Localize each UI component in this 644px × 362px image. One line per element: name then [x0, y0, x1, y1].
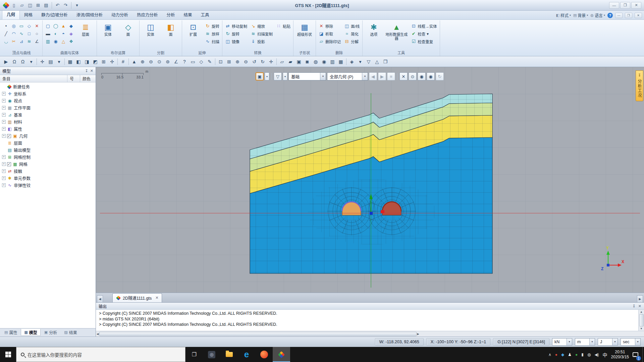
workplane-grid-icon[interactable]: ▦	[66, 58, 74, 66]
offset-icon[interactable]: ≋	[25, 38, 33, 45]
expander[interactable]: +	[2, 120, 6, 124]
tab-analysis[interactable]: 分析	[162, 10, 179, 19]
tree-item-mesh-control[interactable]: + ⊞ 网格控制	[0, 154, 96, 161]
tree-item-viewpoint[interactable]: + ◉ 视点	[0, 97, 96, 104]
ucs-axis-icon[interactable]: ✛	[38, 58, 46, 66]
tree-item-mesh[interactable]: + ✓ ▦ 网格	[0, 161, 96, 168]
decompose-button[interactable]: ⊟ 分解	[343, 38, 361, 45]
selection-caret-icon[interactable]: ▾	[27, 58, 35, 66]
tree-item-material[interactable]: + ▥ 材料	[0, 118, 96, 125]
display-grid-icon[interactable]: ▦	[337, 58, 345, 66]
unit-length-select[interactable]: m ▾	[575, 338, 595, 346]
remove-button[interactable]: ✕ 移除	[318, 22, 342, 29]
tab-thermal[interactable]: 热应力分析	[132, 10, 162, 19]
model-viewport-canvas[interactable]: Y X Z	[96, 67, 644, 293]
panel-tab-property[interactable]: ▤ 属性	[1, 329, 20, 336]
highlight-mode-icon[interactable]: △	[373, 58, 381, 66]
snap-angle-icon[interactable]: ∠	[172, 58, 180, 66]
panel-pin-icon[interactable]: ↧	[85, 69, 88, 73]
taskbar-browser[interactable]	[255, 347, 273, 362]
ime-indicator[interactable]: 中	[603, 351, 607, 358]
pick-element-icon[interactable]: ⊙	[409, 72, 417, 80]
sweep-copy-button[interactable]: ≋ 扫描复制	[250, 30, 274, 37]
view-history-icon[interactable]: ↻	[436, 72, 444, 80]
column-item[interactable]: 条目	[0, 75, 67, 82]
display-render-icon[interactable]: ◉	[320, 58, 328, 66]
tree-item-workplane[interactable]: + ▦ 工作平面	[0, 104, 96, 111]
tree-item-new-task[interactable]: 新建任务	[0, 83, 96, 90]
expander[interactable]: +	[2, 183, 6, 187]
scrollbar-thumb[interactable]	[639, 314, 644, 326]
output-vertical-scrollbar[interactable]: ▲ ▼	[638, 310, 644, 331]
expander[interactable]: +	[2, 92, 6, 96]
color-table-icon[interactable]: ▤	[47, 58, 55, 66]
volume-icon[interactable]: ◀)	[594, 352, 599, 357]
expander[interactable]: +	[2, 169, 6, 173]
grid-move-icon[interactable]: ✢	[108, 58, 116, 66]
expander[interactable]: +	[2, 176, 6, 180]
doc-restore-button[interactable]: ❐	[625, 13, 632, 18]
check-button[interactable]: ✔ 检查 ▾	[410, 30, 438, 37]
datum-mode-select[interactable]: 基础 ▾	[288, 72, 326, 80]
customize-qat-icon[interactable]: ▾	[73, 2, 80, 9]
move-copy-button[interactable]: ⇄ 移动复制	[224, 22, 248, 29]
cylinder-icon[interactable]: ◉	[52, 38, 59, 45]
panel-tab-result[interactable]: ▨ 结果	[61, 329, 80, 336]
display-mesh-icon[interactable]: ▥	[328, 58, 336, 66]
output-pin-icon[interactable]: ↧	[633, 304, 636, 308]
rotate-left-icon[interactable]: ↺	[250, 58, 258, 66]
color-caret-icon[interactable]: ▾	[55, 58, 63, 66]
show-desktop-button[interactable]	[642, 347, 644, 362]
tray-app-blue-icon[interactable]: ◆	[561, 352, 564, 357]
dome-icon[interactable]: ◓	[60, 30, 67, 37]
panel-tab-analysis[interactable]: ▣ 分析	[41, 329, 60, 336]
zoom-fit-icon[interactable]: ⊞	[225, 58, 233, 66]
mesh-check-icon[interactable]: ▲	[130, 58, 138, 66]
scrollbar-thumb[interactable]	[99, 332, 416, 336]
datum-mode-caret-icon[interactable]: ▾	[320, 73, 326, 80]
revolve-button[interactable]: ↻ 旋转	[204, 22, 220, 29]
close-button[interactable]: ✕	[631, 2, 641, 9]
paste-button[interactable]: ∷ 粘贴	[275, 22, 291, 29]
unit-time-caret-icon[interactable]: ▾	[635, 339, 640, 345]
tray-expand-icon[interactable]: ∧	[548, 352, 551, 357]
task-view-button[interactable]: ❐	[185, 347, 203, 362]
undo-icon[interactable]: ↶	[54, 2, 61, 9]
output-close-icon[interactable]: ✕	[638, 304, 641, 308]
sweep-button[interactable]: ∿ 扫描	[204, 38, 220, 45]
record-a-icon[interactable]: ◉	[418, 72, 426, 80]
open-file-icon[interactable]: ▱	[18, 2, 25, 9]
tab-static-slope[interactable]: 静力/边坡分析	[37, 10, 72, 19]
taskbar-gtsnx[interactable]	[273, 347, 290, 362]
rotate-button[interactable]: ↻ 旋转	[224, 30, 248, 37]
terrain-generator-button[interactable]: ▲ 地形数据生成器	[384, 21, 409, 41]
taskbar-clock[interactable]: 20:51 2020/3/15	[611, 350, 629, 360]
tab-dynamic[interactable]: 动力分析	[107, 10, 132, 19]
intersect-icon[interactable]: ∠	[33, 38, 41, 45]
scroll-left-icon[interactable]: ◀	[97, 333, 99, 336]
app-logo-icon[interactable]	[3, 2, 9, 8]
expander[interactable]: +	[2, 127, 6, 131]
save-file-icon[interactable]: ◫	[26, 2, 34, 9]
taskbar-app-1[interactable]: ◎	[203, 347, 220, 362]
restore-button[interactable]: ❐	[620, 2, 630, 9]
ellipse-icon[interactable]: ○	[33, 30, 41, 37]
face-icon[interactable]: ▥	[44, 38, 52, 45]
line-icon[interactable]: ╱	[2, 30, 10, 37]
trim-icon[interactable]: ✂	[10, 38, 17, 45]
tree-item-layer-face[interactable]: ≣ 层面	[0, 139, 96, 146]
scroll-up-icon[interactable]: ▲	[640, 310, 643, 313]
capture-caret-icon[interactable]: ▾	[265, 72, 269, 80]
boolean-face-button[interactable]: ◇ 面	[119, 21, 138, 37]
measure-icon[interactable]: ✎	[206, 58, 214, 66]
minimize-button[interactable]: —	[609, 2, 619, 9]
unlock-icon[interactable]: Ω	[10, 58, 18, 66]
tree-item-geometry[interactable]: + ✓ ▣ 几何	[0, 132, 96, 139]
display-shaded-edges-icon[interactable]: ◙	[303, 58, 311, 66]
tray-app-green-icon[interactable]: ●	[575, 352, 578, 357]
column-color[interactable]: 颜色	[80, 75, 96, 82]
doc-tab-scroll-left[interactable]: ◀	[97, 295, 103, 302]
unit-energy-caret-icon[interactable]: ▾	[612, 339, 618, 345]
style-menu[interactable]: ◧ 样式 ▾	[556, 12, 571, 18]
workplane-side-icon[interactable]: ◨	[83, 58, 91, 66]
